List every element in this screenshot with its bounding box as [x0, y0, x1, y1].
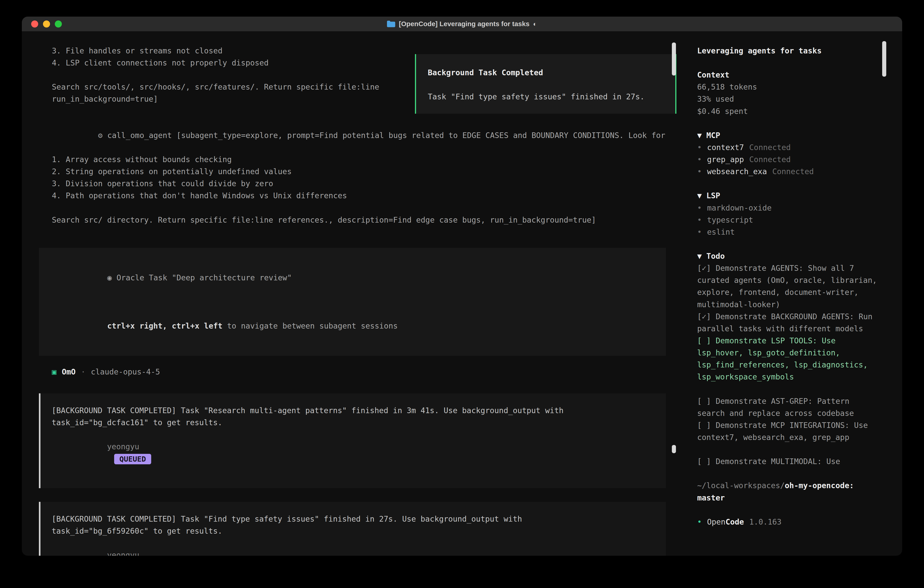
- context-header: Context: [697, 69, 879, 81]
- mcp-status: Connected: [749, 143, 791, 152]
- blank-line: [697, 504, 879, 516]
- minimize-window-button[interactable]: [43, 20, 50, 28]
- oracle-task-panel: ◉Oracle Task "Deep architecture review" …: [39, 248, 666, 356]
- mcp-name: websearch_exa: [707, 167, 767, 176]
- sidebar-scrollbar-thumb[interactable]: [882, 41, 886, 77]
- bullet-icon: •: [697, 155, 702, 164]
- shortcut-keys: ctrl+x right, ctrl+x left: [107, 322, 222, 330]
- bullet-icon: •: [697, 167, 702, 176]
- agent-model: claude-opus-4-5: [91, 366, 160, 378]
- todo-section-header: ▼ Todo: [697, 250, 879, 262]
- shortcut-description: to navigate between subagent sessions: [223, 322, 398, 330]
- terminal-line: 4. Path operations that don't handle Win…: [39, 190, 676, 202]
- checkbox-checked-icon: [✓]: [697, 264, 711, 273]
- blank-line: [697, 178, 879, 190]
- todo-text: Demonstrate MULTIMODAL: Use: [716, 457, 840, 466]
- main-scrollbar-thumb[interactable]: [672, 43, 676, 76]
- lsp-name: markdown-oxide: [707, 203, 772, 212]
- agent-name: OmO: [62, 366, 76, 378]
- fisheye-icon: ◉: [107, 273, 112, 282]
- todo-text: Demonstrate LSP TOOLS: Use lsp_hover, ls…: [697, 336, 868, 381]
- blank-line: [39, 202, 676, 214]
- tool-call-text: call_omo_agent [subagent_type=explore, p…: [107, 131, 665, 140]
- mcp-item: •context7Connected: [697, 141, 879, 154]
- bullet-icon: •: [697, 516, 702, 528]
- context-used: 33% used: [697, 93, 879, 105]
- context-spent: $0.46 spent: [697, 105, 879, 117]
- titlebar[interactable]: [OpenCode] Leveraging agents for tasks ◐: [22, 17, 902, 32]
- mcp-status: Connected: [772, 167, 814, 176]
- separator-dot: ·: [81, 366, 86, 378]
- checkbox-empty-icon: [ ]: [697, 397, 711, 406]
- checkbox-empty-icon: [ ]: [697, 457, 711, 466]
- terminal-line: 2. String operations on potentially unde…: [39, 165, 676, 178]
- terminal-line: Search src/ directory. Return specific f…: [39, 214, 676, 226]
- message-author: yeongyu: [107, 442, 139, 451]
- mcp-name: grep_app: [707, 155, 744, 164]
- bullet-icon: •: [697, 216, 702, 225]
- busy-indicator-icon: ◐: [533, 20, 537, 28]
- message-meta-row: yeongyu QUEUED: [52, 429, 653, 477]
- sidebar: Leveraging agents for tasks Context 66,5…: [688, 32, 902, 556]
- lsp-name: typescript: [707, 216, 753, 225]
- lsp-item: •markdown-oxide: [697, 202, 879, 214]
- message-text: task_id="bg_dcfac161" to get results.: [52, 416, 653, 429]
- oracle-shortcut-hint: ctrl+x right, ctrl+x left to navigate be…: [39, 308, 666, 344]
- lsp-name: eslint: [707, 228, 735, 236]
- blank-line: [39, 296, 666, 308]
- blank-line: [697, 57, 879, 69]
- gear-icon: ⚙: [98, 131, 102, 140]
- app-version-line: • OpenCode 1.0.163: [697, 516, 879, 528]
- terminal-main: 3. File handles or streams not closed 4.…: [22, 32, 688, 556]
- todo-item: [ ]Demonstrate LSP TOOLS: Use lsp_hover,…: [697, 335, 879, 383]
- agent-square-icon: ▣: [52, 366, 56, 378]
- main-scrollbar-thumb-lower[interactable]: [672, 445, 676, 453]
- bullet-icon: •: [697, 228, 702, 236]
- checkbox-checked-icon: [✓]: [697, 312, 711, 321]
- terminal-line: 3. Division operations that could divide…: [39, 178, 676, 190]
- todo-item: [ ]Demonstrate MULTIMODAL: Use: [697, 456, 879, 467]
- blank-line: [697, 467, 879, 479]
- folder-icon: [387, 21, 395, 27]
- mcp-section-header: ▼ MCP: [697, 129, 879, 141]
- notification-title: Background Task Completed: [428, 67, 667, 79]
- app-version: 1.0.163: [749, 516, 781, 528]
- notification-toast: Background Task Completed Task "Find typ…: [415, 54, 676, 114]
- app-name-bold: Code: [726, 516, 744, 528]
- message-text: [BACKGROUND TASK COMPLETED] Task "Resear…: [52, 405, 653, 416]
- todo-item: [ ]Demonstrate MCP INTEGRATIONS: Use con…: [697, 419, 879, 443]
- blank-line: [697, 238, 879, 250]
- oracle-task-title: Oracle Task "Deep architecture review": [116, 273, 292, 282]
- zoom-window-button[interactable]: [55, 20, 62, 28]
- close-window-button[interactable]: [31, 20, 38, 28]
- checkbox-empty-icon: [ ]: [697, 336, 711, 345]
- workspace-path: ~/local-workspaces/oh-my-opencode: maste…: [697, 479, 879, 504]
- app-name-regular: Open: [707, 516, 726, 528]
- notification-body: Task "Find type safety issues" finished …: [428, 91, 667, 103]
- message-text: [BACKGROUND TASK COMPLETED] Task "Find t…: [52, 513, 653, 525]
- lsp-section-header: ▼ LSP: [697, 190, 879, 202]
- window-title: [OpenCode] Leveraging agents for tasks ◐: [22, 20, 902, 28]
- desktop: [OpenCode] Leveraging agents for tasks ◐…: [0, 0, 924, 588]
- bullet-icon: •: [697, 203, 702, 212]
- window-title-text: [OpenCode] Leveraging agents for tasks: [399, 20, 530, 28]
- context-tokens: 66,518 tokens: [697, 81, 879, 93]
- mcp-item: •grep_appConnected: [697, 154, 879, 165]
- status-badge: QUEUED: [114, 454, 152, 464]
- todo-text: Demonstrate AGENTS: Show all 7 curated a…: [697, 264, 877, 309]
- workspace-repo: oh-my-opencode:: [785, 481, 854, 490]
- checkbox-empty-icon: [ ]: [697, 421, 711, 430]
- message-text: task_id="bg_6f59260c" to get results.: [52, 525, 653, 537]
- todo-text: Demonstrate AST-GREP: Pattern search and…: [697, 397, 854, 418]
- todo-item: [✓]Demonstrate AGENTS: Show all 7 curate…: [697, 262, 879, 311]
- lsp-item: •eslint: [697, 226, 879, 238]
- message-block: [BACKGROUND TASK COMPLETED] Task "Resear…: [39, 393, 666, 488]
- mcp-item: •websearch_exaConnected: [697, 165, 879, 178]
- workspace-branch: master: [697, 494, 725, 502]
- terminal-window: [OpenCode] Leveraging agents for tasks ◐…: [22, 17, 902, 556]
- lsp-item: •typescript: [697, 214, 879, 226]
- mcp-name: context7: [707, 143, 744, 152]
- oracle-task-title-line: ◉Oracle Task "Deep architecture review": [39, 260, 666, 296]
- tool-call-line: ⚙call_omo_agent [subagent_type=explore, …: [39, 117, 676, 154]
- terminal-line: 1. Array access without bounds checking: [39, 154, 676, 165]
